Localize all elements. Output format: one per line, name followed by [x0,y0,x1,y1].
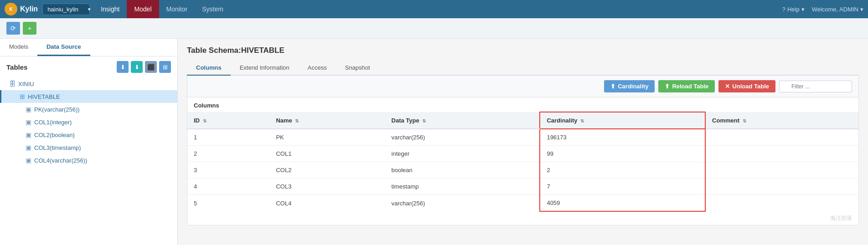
welcome-label: Welcome, ADMIN ▾ [812,6,863,13]
cell-id-3: 4 [187,179,269,195]
logo-icon: K [5,3,17,15]
settings-icon: ⬛ [147,64,155,71]
tree-col-col4[interactable]: ▣ COL4(varchar(256)) [0,154,177,167]
tree-col-col1[interactable]: ▣ COL1(integer) [0,116,177,128]
table-row: 1 PK varchar(256) 196173 [187,129,858,146]
column-icon-2: ▣ [26,131,31,138]
action-row: ⬆ Cardinality ⬆ Reload Table ✕ Unload Ta… [187,76,858,97]
toolbar: ⟳ + [0,18,868,39]
sort-icon-id: ⇅ [203,118,207,123]
cell-comment-4 [705,195,858,212]
cell-name-4: COL4 [269,195,385,212]
database-icon: 🗄 [9,80,16,87]
cell-comment-0 [705,129,858,146]
top-nav: K Kylin hainiu_kylin Insight Model Monit… [0,0,868,18]
table-header-row: ID ⇅ Name ⇅ Data Type ⇅ Cardinality [187,112,858,129]
download-icon-btn[interactable]: ⬇ [117,61,129,73]
reload-label: Reload Table [672,83,708,90]
cell-cardinality-1: 99 [540,146,705,162]
tree-col-col2[interactable]: ▣ COL2(boolean) [0,128,177,141]
cardinality-label: Cardinality [618,83,648,90]
column-icon-4: ▣ [26,157,31,164]
app-name: Kylin [20,5,38,13]
nav-system[interactable]: System [195,0,231,18]
tree-db-xiniu[interactable]: 🗄 XINIU [0,77,177,90]
cell-name-0: PK [269,129,385,146]
col-name-2: COL2(boolean) [34,132,75,138]
tree-col-pk[interactable]: ▣ PK(varchar(256)) [0,103,177,116]
add-icon: + [28,25,31,32]
sidebar-actions: ⬇ ⬇ ⬛ ⊞ [117,61,171,73]
unload-table-button[interactable]: ✕ Unload Table [718,80,775,92]
tab-extend-info[interactable]: Extend Information [231,61,299,76]
sort-icon-cardinality: ⇅ [580,118,584,123]
unload-icon: ✕ [725,83,730,90]
cardinality-button[interactable]: ⬆ Cardinality [604,80,655,92]
tables-title: Tables [6,63,27,71]
sort-icon-comment: ⇅ [743,118,746,123]
cardinality-icon: ⬆ [610,83,615,90]
help-button[interactable]: ? Help ▾ [782,6,805,13]
cell-name-1: COL1 [269,146,385,162]
th-id: ID ⇅ [187,112,269,129]
project-dropdown-wrap[interactable]: hainiu_kylin [42,4,93,15]
table-row: 5 COL4 varchar(256) 4059 [187,195,858,212]
column-icon-0: ▣ [26,106,31,113]
nav-insight[interactable]: Insight [93,0,127,18]
column-icon-3: ▣ [26,144,31,151]
project-dropdown[interactable]: hainiu_kylin [42,4,90,15]
nav-items: Insight Model Monitor System [93,0,782,18]
help-label: Help [787,6,800,13]
table-row: 3 COL2 boolean 2 [187,162,858,179]
col-name-0: PK(varchar(256)) [34,106,80,113]
tree-col-col3[interactable]: ▣ COL3(timestamp) [0,141,177,154]
tab-columns[interactable]: Columns [187,61,231,76]
column-icon-1: ▣ [26,118,31,126]
settings-icon-btn[interactable]: ⬛ [145,61,157,73]
refresh-button[interactable]: ⟳ [6,22,20,35]
cell-dtype-2: boolean [385,162,540,179]
table-body: 1 PK varchar(256) 196173 2 COL1 integer … [187,129,858,211]
table-icon: ⊞ [20,93,25,100]
nav-monitor[interactable]: Monitor [159,0,195,18]
table-row: 4 COL3 timestamp 7 [187,179,858,195]
download-icon: ⬇ [120,64,125,71]
reload-table-button[interactable]: ⬆ Reload Table [658,80,715,92]
cell-dtype-0: varchar(256) [385,129,540,146]
cell-comment-2 [705,162,858,179]
sidebar: Models Data Source Tables ⬇ ⬇ ⬛ ⊞ [0,39,178,245]
tab-models[interactable]: Models [0,39,37,56]
cell-comment-3 [705,179,858,195]
filter-input[interactable] [779,81,852,92]
cell-cardinality-4: 4059 [540,195,705,212]
sidebar-tabs: Models Data Source [0,39,177,56]
cell-comment-1 [705,146,858,162]
refresh-icon: ⟳ [10,25,16,32]
grid-icon: ⊞ [163,64,168,71]
col-name-4: COL4(varchar(256)) [34,157,87,164]
reload-icon: ⬆ [665,83,670,90]
sidebar-section-header: Tables ⬇ ⬇ ⬛ ⊞ [0,56,177,77]
th-name: Name ⇅ [269,112,385,129]
columns-table: ID ⇅ Name ⇅ Data Type ⇅ Cardinality [187,112,858,212]
add-button[interactable]: + [23,22,36,35]
sync-icon-btn[interactable]: ⬇ [131,61,143,73]
tab-snapshot[interactable]: Snapshot [336,61,379,76]
svg-text:K: K [9,7,13,12]
col-name-3: COL3(timestamp) [34,144,81,151]
content-body: ⬆ Cardinality ⬆ Reload Table ✕ Unload Ta… [187,76,859,225]
content-area: Table Schema:HIVETABLE Columns Extend In… [178,39,868,245]
sync-icon: ⬇ [134,64,140,71]
cell-dtype-1: integer [385,146,540,162]
filter-wrap [779,81,852,92]
grid-icon-btn[interactable]: ⊞ [159,61,171,73]
cell-dtype-4: varchar(256) [385,195,540,212]
cell-cardinality-2: 2 [540,162,705,179]
columns-section-label: Columns [187,97,858,112]
tab-data-source[interactable]: Data Source [37,39,90,56]
tree-table-hivetable[interactable]: ⊞ HIVETABLE [0,90,177,103]
nav-model[interactable]: Model [127,0,159,18]
tab-access[interactable]: Access [299,61,336,76]
welcome-text: Welcome, ADMIN [812,6,858,13]
sort-icon-name: ⇅ [295,118,299,123]
